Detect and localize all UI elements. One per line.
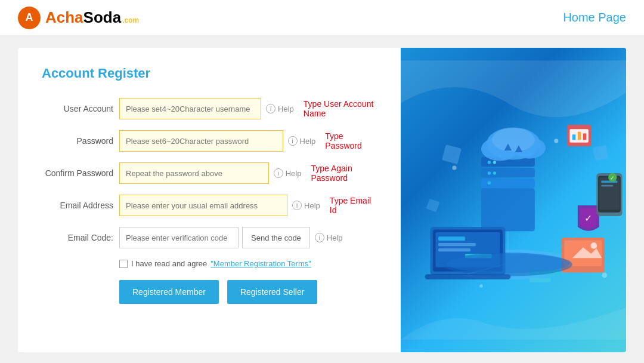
user-account-help: i Help <box>266 104 294 113</box>
help-label-email: Help <box>304 201 320 210</box>
svg-point-48 <box>602 272 608 278</box>
user-account-input[interactable] <box>119 98 261 119</box>
password-input[interactable] <box>119 130 283 152</box>
confirm-password-help: i Help <box>274 168 302 178</box>
email-code-label: Email Code: <box>42 233 119 242</box>
email-address-label: Email Address <box>42 201 119 210</box>
password-row: Password i Help Type Password <box>42 130 377 152</box>
help-label-confirm: Help <box>286 169 302 178</box>
svg-point-9 <box>488 182 491 184</box>
svg-rect-26 <box>438 248 470 251</box>
svg-rect-19 <box>578 132 581 140</box>
svg-rect-25 <box>438 243 476 246</box>
confirm-password-input[interactable] <box>119 162 269 184</box>
svg-point-49 <box>479 284 482 287</box>
help-label-user: Help <box>278 104 294 113</box>
terms-row: I have read and agree "Member Registrati… <box>119 259 377 268</box>
registered-seller-button[interactable]: Registered Seller <box>227 280 317 304</box>
main-container: Account Register User Account i Help Typ… <box>18 48 626 352</box>
svg-rect-20 <box>583 133 586 140</box>
email-code-row: Email Code: Send the code i Help <box>42 227 377 248</box>
password-help: i Help <box>288 136 316 146</box>
logo-icon: A <box>18 7 41 29</box>
svg-rect-18 <box>572 134 575 140</box>
email-help: i Help <box>292 201 320 210</box>
svg-rect-52 <box>530 278 551 282</box>
svg-text:✓: ✓ <box>584 213 592 223</box>
svg-point-50 <box>554 139 558 143</box>
terms-link[interactable]: "Member Registration Terms" <box>210 259 311 268</box>
svg-text:✓: ✓ <box>610 175 615 181</box>
email-code-input[interactable] <box>119 227 239 248</box>
terms-prefix: I have read and agree <box>131 259 207 268</box>
email-address-row: Email Address i Help Type Email Id <box>42 195 377 216</box>
help-label-code: Help <box>327 233 343 242</box>
help-label-password: Help <box>300 137 316 146</box>
svg-point-54 <box>447 254 570 273</box>
confirm-password-hint: Type Again Password <box>311 164 377 183</box>
illustration-svg: ✓ ✓ <box>401 48 626 352</box>
svg-rect-41 <box>442 144 462 164</box>
svg-point-5 <box>488 161 491 164</box>
illustration-section: ✓ ✓ <box>401 48 626 352</box>
svg-rect-34 <box>602 185 614 187</box>
help-icon-confirm: i <box>274 168 283 178</box>
password-hint: Type Password <box>325 131 377 150</box>
help-icon-code: i <box>315 233 324 242</box>
svg-point-6 <box>493 161 496 164</box>
svg-rect-24 <box>438 236 465 241</box>
confirm-password-row: Confirm Password i Help Type Again Passw… <box>42 162 377 184</box>
form-section: Account Register User Account i Help Typ… <box>18 48 401 352</box>
svg-point-13 <box>492 128 535 152</box>
email-hint: Type Email Id <box>330 196 377 215</box>
svg-point-7 <box>488 171 491 174</box>
svg-rect-4 <box>481 188 535 231</box>
help-icon-user: i <box>266 104 275 113</box>
registered-member-button[interactable]: Registered Member <box>119 280 219 304</box>
header: A AchaSoda.com Home Page <box>0 0 644 36</box>
svg-point-47 <box>453 165 457 170</box>
help-icon-password: i <box>288 136 298 146</box>
logo-text: AchaSoda.com <box>45 8 139 27</box>
svg-point-40 <box>591 242 597 249</box>
help-icon-email: i <box>292 201 302 210</box>
svg-point-8 <box>493 171 496 174</box>
confirm-password-label: Confirm Password <box>42 168 119 178</box>
user-account-row: User Account i Help Type User Account Na… <box>42 98 377 119</box>
svg-rect-42 <box>593 145 608 161</box>
user-account-hint: Type User Account Name <box>304 99 377 118</box>
buttons-row: Registered Member Registered Seller <box>119 280 377 304</box>
logo-suffix: .com <box>122 16 139 24</box>
home-page-link[interactable]: Home Page <box>563 11 626 24</box>
logo: A AchaSoda.com <box>18 7 139 29</box>
email-address-input[interactable] <box>119 195 287 216</box>
svg-rect-43 <box>426 198 440 212</box>
email-code-help: i Help <box>315 233 343 242</box>
logo-part1: Acha <box>45 8 83 26</box>
password-label: Password <box>42 136 119 146</box>
terms-checkbox[interactable] <box>119 260 128 268</box>
logo-part2: Soda <box>83 8 122 26</box>
user-account-label: User Account <box>42 104 119 113</box>
page-title: Account Register <box>42 66 377 81</box>
send-code-button[interactable]: Send the code <box>242 227 310 248</box>
